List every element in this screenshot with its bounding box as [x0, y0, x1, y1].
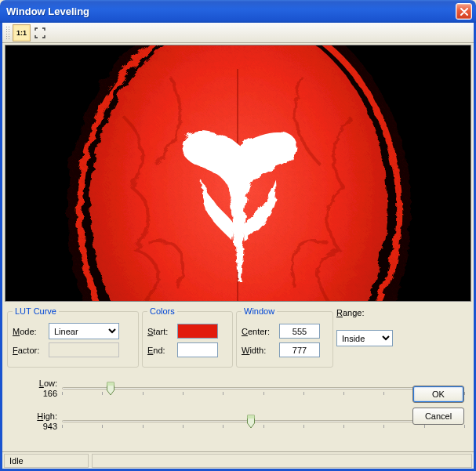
toolbar-grip[interactable]	[5, 26, 10, 40]
lut-legend: LUT Curve	[13, 306, 59, 316]
low-slider-label: Low: 166	[15, 379, 57, 399]
width-label: Width:	[242, 346, 276, 355]
colors-legend: Colors	[147, 306, 177, 316]
title-bar[interactable]: Window Leveling	[0, 0, 476, 23]
start-color-swatch[interactable]	[177, 324, 218, 339]
low-slider[interactable]	[62, 380, 464, 397]
lut-curve-group: LUT Curve Mode: Linear Factor:	[7, 306, 139, 368]
low-slider-thumb[interactable]	[106, 382, 114, 397]
zoom-1to1-button[interactable]: 1:1	[13, 24, 31, 42]
high-slider[interactable]	[62, 413, 464, 430]
image-viewport[interactable]	[5, 45, 471, 302]
center-input[interactable]	[279, 324, 320, 339]
start-color-label: Start:	[147, 327, 174, 336]
close-button[interactable]	[456, 3, 472, 20]
range-column: Range: Inside	[336, 306, 399, 368]
svg-rect-7	[248, 415, 255, 418]
ok-button[interactable]: OK	[412, 386, 464, 403]
status-bar: Idle	[2, 451, 474, 469]
range-select[interactable]: Inside	[336, 330, 393, 346]
factor-input-disabled	[49, 342, 119, 357]
svg-rect-6	[107, 382, 114, 386]
factor-label: Factor:	[13, 346, 45, 355]
width-input[interactable]	[279, 342, 320, 357]
center-label: Center:	[242, 327, 276, 336]
brain-mri-image	[5, 45, 471, 302]
fit-window-icon	[35, 27, 45, 38]
cancel-button[interactable]: Cancel	[412, 408, 464, 425]
range-label: Range:	[336, 308, 399, 317]
status-right	[92, 454, 472, 468]
fit-window-button[interactable]	[31, 24, 49, 42]
mode-label: Mode:	[13, 327, 45, 336]
mode-select[interactable]: Linear	[49, 323, 119, 339]
zoom-1to1-label: 1:1	[16, 29, 27, 37]
window-legend: Window	[242, 306, 277, 316]
window-title: Window Leveling	[6, 5, 456, 17]
status-left: Idle	[4, 454, 89, 468]
high-slider-label: High: 943	[15, 411, 57, 432]
high-slider-thumb[interactable]	[247, 415, 256, 429]
colors-group: Colors Start: End:	[142, 306, 233, 368]
close-icon	[460, 8, 468, 16]
toolbar: 1:1	[2, 23, 474, 43]
end-color-swatch[interactable]	[177, 342, 218, 357]
end-color-label: End:	[147, 346, 174, 355]
window-group: Window Center: Width:	[236, 306, 333, 368]
